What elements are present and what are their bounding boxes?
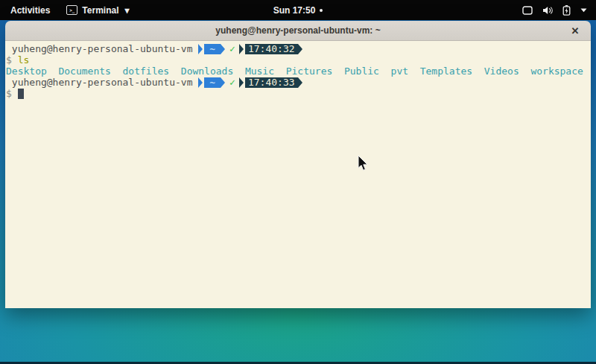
clock-label: Sun 17:50 xyxy=(273,5,316,16)
prompt-cwd-segment: ~ xyxy=(204,77,221,88)
prompt-dollar: $ xyxy=(6,54,18,66)
status-check-icon: ✓ xyxy=(225,43,239,54)
terminal-window: yuheng@henry-personal-ubuntu-vm: ~ ✕ yuh… xyxy=(5,21,591,308)
chevron-down-icon: ▾ xyxy=(124,5,129,16)
system-tray xyxy=(522,5,596,16)
terminal-icon: >_ xyxy=(66,5,77,15)
notification-dot xyxy=(320,9,323,12)
command-line: $ ls xyxy=(6,54,591,66)
screen-layout-icon[interactable] xyxy=(522,6,533,15)
prompt-cwd: ~ xyxy=(209,43,215,54)
tray-chevron-down-icon[interactable] xyxy=(580,8,587,13)
app-menu-label: Terminal xyxy=(82,5,118,16)
input-line[interactable]: $ xyxy=(6,88,591,99)
terminal-cursor xyxy=(18,89,24,99)
window-titlebar[interactable]: yuheng@henry-personal-ubuntu-vm: ~ ✕ xyxy=(5,21,591,41)
ls-output: Desktop Documents dotfiles Downloads Mus… xyxy=(6,66,591,77)
prompt-user-host: yuheng@henry-personal-ubuntu-vm xyxy=(6,43,198,54)
powerline-arrow-icon xyxy=(239,77,244,88)
prompt-cwd-segment: ~ xyxy=(204,44,221,54)
prompt-cwd: ~ xyxy=(209,77,215,88)
prompt-dollar: $ xyxy=(6,88,18,99)
window-title: yuheng@henry-personal-ubuntu-vm: ~ xyxy=(215,25,380,36)
powerline-arrow-icon xyxy=(198,44,203,54)
prompt-line-1: yuheng@henry-personal-ubuntu-vm ~ ✓ 17:4… xyxy=(6,43,591,54)
gnome-top-bar: Activities >_ Terminal ▾ Sun 17:50 xyxy=(0,0,596,20)
status-check-icon: ✓ xyxy=(225,77,239,88)
app-menu-terminal[interactable]: >_ Terminal ▾ xyxy=(66,5,129,16)
typed-command: ls xyxy=(18,54,30,66)
desktop: Activities >_ Terminal ▾ Sun 17:50 xyxy=(0,0,596,364)
prompt-time-badge: 17:40:32 xyxy=(245,44,298,54)
battery-charging-icon[interactable] xyxy=(562,5,571,16)
terminal-screen[interactable]: yuheng@henry-personal-ubuntu-vm ~ ✓ 17:4… xyxy=(5,41,591,308)
powerline-arrow-icon xyxy=(298,44,302,54)
volume-icon[interactable] xyxy=(542,6,553,15)
clock-button[interactable]: Sun 17:50 xyxy=(273,5,323,16)
powerline-arrow-icon xyxy=(298,77,302,88)
prompt-time-badge: 17:40:33 xyxy=(245,77,298,88)
powerline-arrow-icon xyxy=(239,44,244,54)
prompt-time: 17:40:33 xyxy=(248,77,295,88)
prompt-user-host: yuheng@henry-personal-ubuntu-vm xyxy=(6,77,198,88)
activities-button[interactable]: Activities xyxy=(10,5,50,16)
powerline-arrow-icon xyxy=(198,77,203,88)
prompt-line-2: yuheng@henry-personal-ubuntu-vm ~ ✓ 17:4… xyxy=(6,77,591,88)
close-icon[interactable]: ✕ xyxy=(567,21,583,40)
prompt-time: 17:40:32 xyxy=(248,43,295,54)
